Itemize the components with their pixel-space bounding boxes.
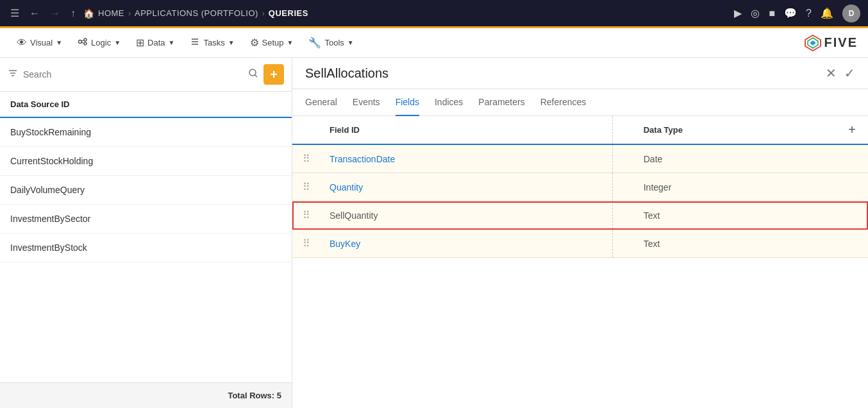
sidebar-item[interactable]: InvestmentBySector	[0, 205, 292, 234]
sidebar-item[interactable]: InvestmentByStock	[0, 234, 292, 262]
data-type-cell: Integer	[633, 173, 836, 201]
row-action-cell	[836, 144, 868, 173]
drag-handle-icon: ⠿	[303, 238, 309, 249]
svg-point-2	[84, 42, 87, 45]
help-icon[interactable]: ?	[806, 8, 812, 19]
row-action-cell	[836, 173, 868, 201]
user-avatar[interactable]: D	[842, 4, 860, 22]
breadcrumb: 🏠 HOME › APPLICATIONS (PORTFOLIO) › QUER…	[83, 8, 308, 19]
panel-title: SellAllocations	[305, 66, 826, 81]
toolbar-setup-label: Setup	[262, 38, 284, 47]
breadcrumb-chevron-2: ›	[262, 9, 265, 18]
sidebar-item[interactable]: CurrentStockHolding	[0, 147, 292, 176]
toolbar-logic-label: Logic	[91, 38, 111, 47]
add-col-header: +	[836, 116, 868, 144]
tab-indices[interactable]: Indices	[435, 89, 463, 116]
search-circle-icon[interactable]: ◎	[751, 7, 760, 19]
add-field-button[interactable]: +	[848, 123, 856, 137]
chat-icon[interactable]: 💬	[784, 7, 797, 19]
drag-handle-icon: ⠿	[303, 182, 309, 192]
divider-cell	[612, 173, 633, 201]
field-id-cell[interactable]: TransactionDate	[319, 144, 612, 173]
logo-icon	[804, 34, 822, 52]
logic-chevron: ▼	[114, 39, 121, 46]
toolbar-tools[interactable]: 🔧 Tools ▼	[302, 33, 360, 53]
bell-icon[interactable]: 🔔	[821, 7, 833, 19]
sidebar: + Data Source ID BuyStockRemaining Curre…	[0, 58, 292, 408]
search-icon[interactable]	[248, 68, 258, 81]
drag-handle-icon: ⠿	[303, 153, 309, 164]
table-row[interactable]: ⠿ Quantity Integer	[292, 173, 868, 201]
forward-icon[interactable]: →	[47, 5, 63, 22]
panel-header: SellAllocations ✕ ✓	[292, 58, 868, 89]
logo-text: FIVE	[824, 35, 858, 50]
play-icon[interactable]: ▶	[734, 7, 742, 19]
app-logo: FIVE	[804, 34, 858, 52]
field-id-cell[interactable]: SellQuantity	[319, 201, 612, 230]
sidebar-header: Data Source ID	[0, 92, 292, 118]
data-chevron: ▼	[169, 39, 175, 46]
divider-cell	[612, 230, 633, 258]
tab-references[interactable]: References	[540, 89, 587, 116]
table-row[interactable]: ⠿ BuyKey Text	[292, 230, 868, 258]
tab-parameters[interactable]: Parameters	[478, 89, 524, 116]
data-type-cell: Date	[633, 144, 836, 173]
toolbar-data-label: Data	[147, 38, 165, 47]
right-panel: SellAllocations ✕ ✓ General Events Field…	[292, 58, 868, 408]
setup-chevron: ▼	[287, 39, 294, 46]
toolbar-data[interactable]: ⊞ Data ▼	[129, 33, 181, 53]
breadcrumb-home[interactable]: HOME	[98, 8, 124, 18]
home-icon: 🏠	[83, 8, 94, 19]
table-header-row: Field ID Data Type +	[292, 116, 868, 144]
tabs-bar: General Events Fields Indices Parameters…	[292, 89, 868, 116]
drag-handle-cell: ⠿	[292, 173, 319, 201]
toolbar-tasks-label: Tasks	[203, 38, 224, 47]
toolbar-setup[interactable]: ⚙ Setup ▼	[244, 33, 300, 53]
breadcrumb-applications[interactable]: APPLICATIONS (PORTFOLIO)	[135, 8, 258, 18]
tools-chevron: ▼	[347, 39, 354, 46]
toolbar-visual-label: Visual	[30, 38, 53, 47]
top-nav: ☰ ← → ↑ 🏠 HOME › APPLICATIONS (PORTFOLIO…	[0, 0, 868, 28]
close-button[interactable]: ✕	[826, 65, 837, 81]
row-action-cell	[836, 201, 868, 230]
search-input[interactable]	[23, 69, 243, 80]
tab-fields[interactable]: Fields	[396, 89, 419, 116]
tab-events[interactable]: Events	[353, 89, 380, 116]
field-id-cell[interactable]: BuyKey	[319, 230, 612, 258]
tasks-chevron: ▼	[228, 39, 235, 46]
data-type-header: Data Type	[633, 116, 836, 144]
menu-icon[interactable]: ☰	[8, 4, 22, 22]
add-button[interactable]: +	[263, 64, 284, 85]
table-row-selected[interactable]: ⠿ SellQuantity Text	[292, 201, 868, 230]
svg-marker-10	[810, 40, 815, 46]
fields-table-container: Field ID Data Type + ⠿ TransactionDate	[292, 116, 868, 408]
table-row[interactable]: ⠿ TransactionDate Date	[292, 144, 868, 173]
up-icon[interactable]: ↑	[68, 5, 78, 22]
toolbar-tools-label: Tools	[324, 38, 344, 47]
toolbar-tasks[interactable]: Tasks ▼	[183, 33, 240, 53]
confirm-button[interactable]: ✓	[844, 65, 855, 81]
divider-cell	[612, 201, 633, 230]
stop-icon[interactable]: ■	[769, 8, 775, 19]
data-type-cell: Text	[633, 201, 836, 230]
divider-cell	[612, 144, 633, 173]
tools-icon: 🔧	[308, 37, 321, 49]
field-id-cell[interactable]: Quantity	[319, 173, 612, 201]
sidebar-item[interactable]: DailyVolumeQuery	[0, 176, 292, 205]
svg-point-1	[84, 38, 87, 41]
breadcrumb-queries[interactable]: QUERIES	[269, 8, 308, 18]
tasks-icon	[190, 37, 200, 49]
tab-general[interactable]: General	[305, 89, 337, 116]
main-content: + Data Source ID BuyStockRemaining Curre…	[0, 58, 868, 408]
toolbar-visual[interactable]: 👁 Visual ▼	[10, 33, 69, 53]
toolbar: 👁 Visual ▼ Logic ▼ ⊞ Data ▼ Tasks ▼ ⚙ Se…	[0, 28, 868, 58]
sidebar-list: BuyStockRemaining CurrentStockHolding Da…	[0, 118, 292, 382]
data-type-cell: Text	[633, 230, 836, 258]
sidebar-item[interactable]: BuyStockRemaining	[0, 118, 292, 147]
toolbar-logic[interactable]: Logic ▼	[71, 33, 127, 53]
filter-icon	[8, 68, 18, 81]
svg-line-15	[255, 75, 258, 78]
back-icon[interactable]: ←	[27, 5, 42, 22]
drag-col-header	[292, 116, 319, 144]
drag-handle-cell: ⠿	[292, 201, 319, 230]
